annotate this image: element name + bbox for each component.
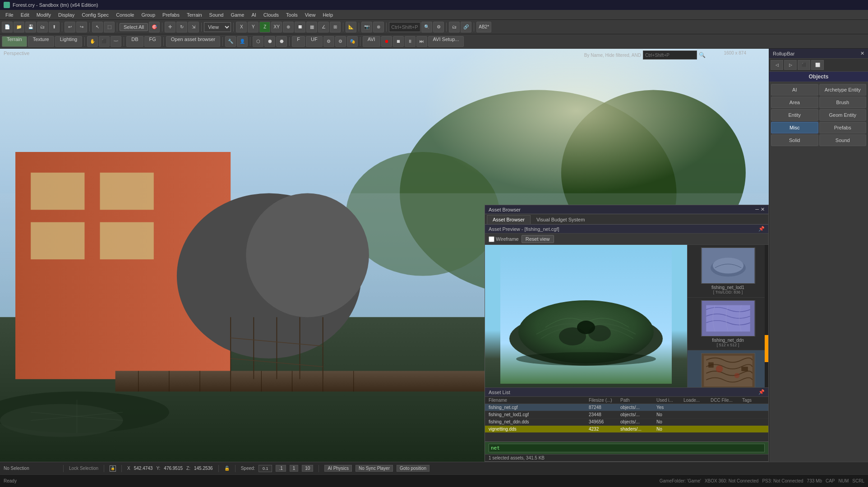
- filter-button[interactable]: ⚙: [433, 22, 444, 32]
- menu-console[interactable]: Console: [112, 11, 138, 18]
- ai-physics-button[interactable]: AI Physics: [324, 465, 352, 472]
- view-dropdown[interactable]: View: [204, 22, 231, 32]
- menu-display[interactable]: Display: [55, 11, 78, 18]
- select2-button[interactable]: ⬚: [104, 22, 115, 32]
- lighting-button[interactable]: Lighting: [55, 36, 83, 47]
- menu-terrain[interactable]: Terrain: [183, 11, 206, 18]
- menu-tools[interactable]: Tools: [282, 11, 301, 18]
- record-button[interactable]: ⏺: [381, 36, 392, 47]
- export-button[interactable]: ⬆: [49, 22, 60, 32]
- physics-btn[interactable]: 🔧: [225, 36, 236, 47]
- grid-button[interactable]: ▦: [306, 22, 317, 32]
- thumbnail-ddn[interactable]: fishing_net_ddn [ 512 x 512 ]: [688, 298, 768, 350]
- lock-icon[interactable]: 🔒: [110, 465, 116, 472]
- angle-button[interactable]: ∠: [318, 22, 329, 32]
- flatten-btn[interactable]: ⬛: [99, 36, 110, 47]
- search-icon[interactable]: 🔍: [699, 52, 706, 58]
- lock2-icon[interactable]: 🔓: [224, 466, 230, 471]
- rollup-close-icon[interactable]: ✕: [860, 51, 864, 56]
- thumbnail-lod1[interactable]: fishing_net_lod1 [ Tris/LOD: 836 ]: [688, 245, 768, 298]
- stop-button[interactable]: ⏹: [393, 36, 404, 47]
- entity3-btn[interactable]: ⬣: [276, 36, 287, 47]
- asset-row-0[interactable]: fishing_net.cgf 87248 objects/... Yes: [485, 404, 768, 411]
- decal-btn[interactable]: 🎭: [347, 36, 358, 47]
- tab-asset-browser[interactable]: Asset Browser: [487, 215, 531, 224]
- rollup-btn-area[interactable]: Area: [771, 96, 818, 108]
- menu-game[interactable]: Game: [227, 11, 248, 18]
- z-axis-button[interactable]: Z: [259, 22, 270, 32]
- scale-button[interactable]: ⇲: [188, 22, 199, 32]
- thumbnail-scroll-thumb[interactable]: [765, 335, 768, 362]
- rollup-tb-btn2[interactable]: ▷: [784, 60, 797, 70]
- pause-button[interactable]: ⏸: [405, 36, 416, 47]
- db-button[interactable]: DB: [126, 36, 143, 47]
- menu-clouds[interactable]: Clouds: [260, 11, 282, 18]
- search-input[interactable]: [389, 22, 420, 32]
- rollup-btn-entity[interactable]: Entity: [771, 109, 818, 121]
- entity-btn[interactable]: ⬡: [253, 36, 263, 47]
- viewport-search-input[interactable]: [643, 51, 697, 60]
- rotate-button[interactable]: ↻: [176, 22, 187, 32]
- rollup-btn-sound[interactable]: Sound: [819, 134, 867, 146]
- ab2-button[interactable]: AB2*: [476, 22, 491, 32]
- wireframe-checkbox[interactable]: [489, 236, 494, 242]
- open-asset-browser-button[interactable]: Open asset browser: [166, 36, 220, 47]
- asset-browser-close-icon[interactable]: ✕: [761, 207, 765, 212]
- speed-input[interactable]: [259, 465, 272, 472]
- asset-row-3[interactable]: vignetting.dds 4232 shaders/... No: [485, 426, 768, 433]
- rollup-btn-solid[interactable]: Solid: [771, 134, 818, 146]
- step-button[interactable]: ⏭: [416, 36, 427, 47]
- thumbnail-scrollbar[interactable]: [765, 245, 768, 387]
- pick-button[interactable]: 🎯: [149, 22, 160, 32]
- wireframe-checkbox-label[interactable]: Wireframe: [489, 236, 519, 242]
- rollup-btn-archetype[interactable]: Archetype Entity: [819, 84, 867, 96]
- rollup-tb-btn3[interactable]: ⬛: [798, 60, 810, 70]
- layers-button[interactable]: 🗂: [449, 22, 460, 32]
- preview-3d-viewport[interactable]: [485, 245, 687, 387]
- no-sync-player-button[interactable]: No Sync Player: [356, 465, 393, 472]
- rollup-btn-prefabs[interactable]: Prefabs: [819, 122, 867, 133]
- avi-setup-button[interactable]: AVI Setup...: [428, 36, 464, 47]
- menu-ai[interactable]: AI: [248, 11, 259, 18]
- save-button[interactable]: 💾: [25, 22, 36, 32]
- x-axis-button[interactable]: X: [236, 22, 247, 32]
- speed-1-btn[interactable]: 1: [290, 465, 299, 472]
- menu-modify[interactable]: Modify: [33, 11, 55, 18]
- move-button[interactable]: ✛: [165, 22, 175, 32]
- viewport[interactable]: Perspective By Name, Hide filtered, AND …: [0, 49, 769, 462]
- rollup-tb-btn4[interactable]: ⬜: [811, 60, 824, 70]
- snap2-button[interactable]: 📐: [346, 22, 356, 32]
- search-button[interactable]: 🔍: [421, 22, 432, 32]
- speed-10-btn[interactable]: 10: [302, 465, 313, 472]
- select-button[interactable]: ↖: [92, 22, 103, 32]
- link-button[interactable]: 🔗: [461, 22, 471, 32]
- asset-search-input[interactable]: [489, 444, 765, 452]
- menu-file[interactable]: File: [2, 11, 17, 18]
- menu-view[interactable]: View: [301, 11, 319, 18]
- coords2-button[interactable]: 🔲: [295, 22, 305, 32]
- settings-btn[interactable]: ⚙: [323, 36, 334, 47]
- snap-button[interactable]: ⊞: [330, 22, 341, 32]
- select-all-button[interactable]: Select All: [120, 23, 148, 31]
- menu-help[interactable]: Help: [319, 11, 337, 18]
- uf-button[interactable]: UF: [306, 36, 323, 47]
- rollup-btn-misc[interactable]: Misc: [771, 122, 818, 133]
- xy-button[interactable]: XY: [271, 22, 282, 32]
- tab-visual-budget[interactable]: Visual Budget System: [531, 215, 591, 224]
- physics2-btn[interactable]: ⚙: [335, 36, 346, 47]
- y-axis-button[interactable]: Y: [248, 22, 259, 32]
- menu-edit[interactable]: Edit: [17, 11, 33, 18]
- smooth-btn[interactable]: 〰: [111, 36, 121, 47]
- gizmo-button[interactable]: ⊗: [373, 22, 384, 32]
- character-btn[interactable]: 👤: [237, 36, 248, 47]
- terrain-button[interactable]: Terrain: [2, 36, 27, 47]
- asset-list-pin-icon[interactable]: 📌: [758, 389, 765, 395]
- menu-configspec[interactable]: Config Spec: [78, 11, 112, 18]
- redo-button[interactable]: ↪: [76, 22, 87, 32]
- asset-browser-minimize-icon[interactable]: ─: [755, 207, 759, 212]
- open-button[interactable]: 📁: [14, 22, 24, 32]
- rollup-btn-ai[interactable]: AI: [771, 84, 818, 96]
- menu-sound[interactable]: Sound: [206, 11, 227, 18]
- asset-row-1[interactable]: fishing_net_lod1.cgf 23448 objects/... N…: [485, 411, 768, 418]
- rollup-tb-btn1[interactable]: ◁: [771, 60, 783, 70]
